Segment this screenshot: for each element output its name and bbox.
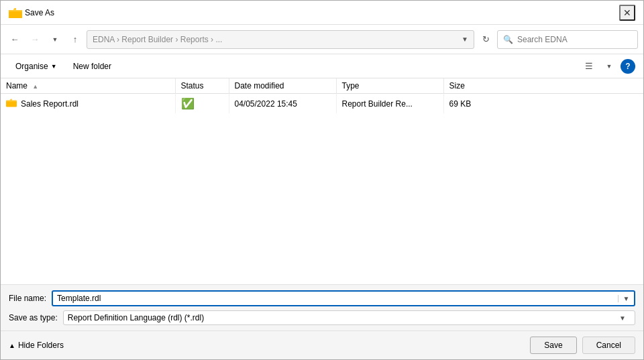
file-table: Name ▲ Status Date modified Type Size	[1, 78, 643, 113]
forward-button[interactable]: →	[26, 31, 44, 48]
col-date[interactable]: Date modified	[229, 78, 336, 94]
address-text: EDNA › Report Builder › Reports › ...	[93, 35, 458, 44]
chevron-up-icon: ▲	[9, 342, 15, 349]
col-date-label: Date modified	[235, 81, 284, 91]
organise-arrow-icon: ▼	[51, 63, 57, 70]
file-size-cell: 69 KB	[443, 94, 643, 114]
search-input[interactable]	[517, 35, 632, 44]
col-status-label: Status	[181, 81, 204, 91]
help-button[interactable]: ?	[621, 59, 635, 74]
savetype-dropdown-button[interactable]: ▼	[614, 314, 631, 322]
savetype-label: Save as type:	[9, 313, 58, 322]
file-name-cell: Sales Report.rdl	[1, 94, 175, 114]
sort-arrow-icon: ▲	[32, 83, 38, 90]
savetype-row: Save as type: Report Definition Language…	[9, 310, 635, 325]
col-name[interactable]: Name ▲	[1, 78, 175, 94]
col-status[interactable]: Status	[175, 78, 229, 94]
savetype-select-wrapper[interactable]: Report Definition Language (rdl) (*.rdl)…	[63, 310, 635, 325]
bottom-area: File name: ▼ Save as type: Report Defini…	[1, 284, 643, 331]
hide-folders-label: Hide Folders	[18, 341, 64, 350]
title-bar: Save As ✕	[1, 1, 643, 25]
organise-label: Organise	[15, 62, 48, 71]
address-bar[interactable]: EDNA › Report Builder › Reports › ... ▼	[87, 30, 474, 49]
dialog-title: Save As	[25, 8, 619, 17]
filename-dropdown-button[interactable]: ▼	[618, 295, 634, 302]
new-folder-label: New folder	[73, 62, 111, 71]
filename-label: File name:	[9, 294, 46, 303]
search-icon: 🔍	[503, 35, 513, 44]
back-button[interactable]: ←	[6, 31, 23, 48]
view-menu-button[interactable]: ☰	[580, 58, 598, 75]
save-as-dialog: Save As ✕ ← → ▼ ↑ EDNA › Report Builder …	[0, 0, 644, 360]
hide-folders-button[interactable]: ▲ Hide Folders	[9, 341, 64, 350]
table-row[interactable]: Sales Report.rdl ✅ 04/05/2022 15:45 Repo…	[1, 94, 643, 114]
cancel-button[interactable]: Cancel	[582, 337, 635, 354]
file-area: Name ▲ Status Date modified Type Size	[1, 78, 643, 284]
filename-input[interactable]	[53, 292, 618, 305]
filename-input-wrapper[interactable]: ▼	[52, 290, 635, 306]
col-type-label: Type	[342, 81, 360, 91]
status-check-icon: ✅	[181, 98, 195, 109]
file-status-cell: ✅	[175, 94, 229, 114]
footer-actions: Save Cancel	[530, 337, 635, 354]
save-button[interactable]: Save	[530, 337, 576, 354]
address-dropdown-icon: ▼	[462, 36, 468, 43]
dialog-icon	[9, 7, 19, 18]
close-button[interactable]: ✕	[619, 5, 635, 21]
col-name-label: Name	[6, 81, 28, 91]
nav-bar: ← → ▼ ↑ EDNA › Report Builder › Reports …	[1, 25, 643, 54]
file-name-text: Sales Report.rdl	[21, 99, 78, 109]
table-header-row: Name ▲ Status Date modified Type Size	[1, 78, 643, 94]
toolbar: Organise ▼ New folder ☰ ▼ ?	[1, 54, 643, 78]
new-folder-button[interactable]: New folder	[66, 60, 118, 73]
organise-button[interactable]: Organise ▼	[9, 60, 64, 73]
refresh-button[interactable]: ↻	[477, 31, 494, 48]
filename-row: File name: ▼	[9, 290, 635, 306]
col-size-label: Size	[449, 81, 465, 91]
dropdown-button[interactable]: ▼	[46, 31, 64, 48]
col-size[interactable]: Size	[443, 78, 643, 94]
file-item-icon	[6, 97, 17, 110]
file-type-cell: Report Builder Re...	[336, 94, 443, 114]
view-dropdown-button[interactable]: ▼	[600, 58, 618, 75]
savetype-value: Report Definition Language (rdl) (*.rdl)	[68, 313, 614, 322]
col-type[interactable]: Type	[336, 78, 443, 94]
up-button[interactable]: ↑	[66, 31, 84, 48]
footer: ▲ Hide Folders Save Cancel	[1, 331, 643, 359]
file-date-cell: 04/05/2022 15:45	[229, 94, 336, 114]
search-box[interactable]: 🔍	[497, 30, 638, 49]
